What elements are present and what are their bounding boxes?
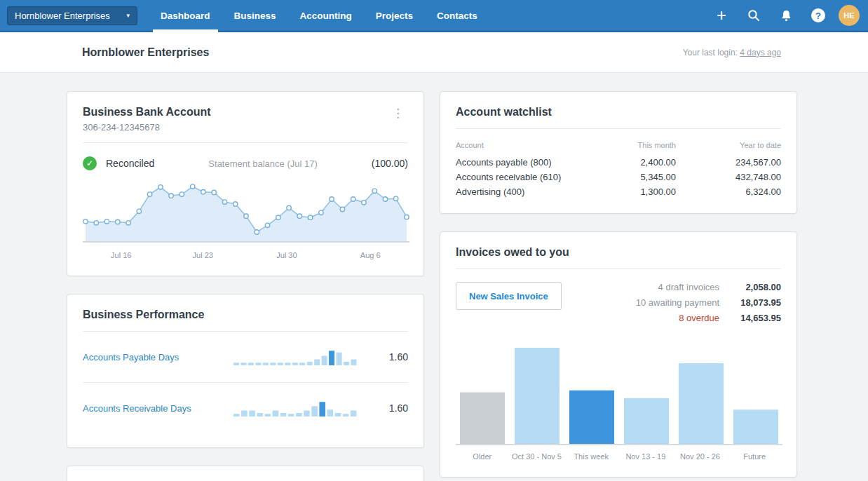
year-to-date-value: 6,324.00: [676, 184, 781, 199]
invoices-chart-xlabels: OlderOct 30 - Nov 5This weekNov 13 - 19N…: [456, 452, 781, 463]
divider: [456, 128, 781, 129]
bank-account-card: Business Bank Account 306-234-12345678 ⋮…: [67, 91, 424, 276]
notifications-bell-icon[interactable]: [770, 9, 802, 22]
year-to-date-value: 432,748.00: [676, 170, 781, 184]
table-row: Advertising (400) 1,300.00 6,324.00: [456, 184, 781, 199]
summary-row: 4 draft invoices 2,058.00: [636, 282, 781, 292]
receivable-days-value: 1.60: [358, 402, 408, 414]
page-title: Hornblower Enterprises: [82, 46, 209, 59]
bank-card-title: Business Bank Account: [83, 106, 211, 118]
accounts-receivable-days-link[interactable]: Accounts Receivable Days: [83, 403, 233, 414]
performance-row: Accounts Receivable Days 1.60: [83, 382, 408, 433]
search-icon[interactable]: [738, 8, 770, 22]
table-row: Accounts receivable (610) 5,345.00 432,7…: [456, 170, 781, 184]
page-header: Hornblower Enterprises Your last login: …: [0, 32, 868, 73]
x-axis-tick-label: Aug 6: [360, 251, 381, 259]
x-axis-tick-label: Future: [743, 452, 766, 461]
bank-account-number: 306-234-12345678: [83, 122, 211, 133]
add-icon[interactable]: +: [705, 7, 738, 24]
accounts-payable-days-link[interactable]: Accounts Payable Days: [83, 352, 233, 363]
x-axis-tick-label: Older: [473, 452, 491, 461]
statement-balance-label: Statement balance (Jul 17): [208, 158, 317, 169]
performance-row: Accounts Payable Days 1.60: [83, 332, 408, 382]
partial-card: [67, 466, 424, 481]
this-month-value: 5,345.00: [585, 170, 676, 184]
invoices-card-title: Invoices owed to you: [456, 246, 781, 259]
last-login-link[interactable]: 4 days ago: [740, 48, 781, 57]
watchlist-table: Account This month Year to date Accounts…: [456, 141, 781, 199]
draft-invoices-value: 2,058.00: [719, 282, 781, 292]
x-axis-tick-label: Jul 23: [193, 251, 213, 259]
awaiting-payment-value: 18,073.95: [719, 297, 781, 308]
x-axis-tick-label: This week: [574, 452, 609, 461]
divider: [456, 269, 781, 269]
org-selector[interactable]: Hornblower Enterprises ▾: [7, 6, 137, 25]
dashboard-content: Business Bank Account 306-234-12345678 ⋮…: [0, 73, 868, 481]
payable-days-sparkline: [233, 348, 358, 365]
reconciled-check-icon: ✓: [83, 156, 97, 170]
receivable-days-sparkline: [233, 400, 358, 416]
x-axis-tick-label: Oct 30 - Nov 5: [512, 452, 562, 461]
top-nav: Hornblower Enterprises ▾ Dashboard Busin…: [0, 0, 868, 32]
overdue-link[interactable]: 8 overdue: [679, 313, 719, 323]
table-row: Accounts payable (800) 2,400.00 234,567.…: [456, 155, 781, 170]
column-header-account: Account: [456, 141, 585, 155]
last-login: Your last login: 4 days ago: [683, 48, 781, 57]
business-performance-card: Business Performance Accounts Payable Da…: [67, 294, 424, 448]
org-selector-label: Hornblower Enterprises: [15, 11, 110, 21]
payable-days-value: 1.60: [358, 351, 408, 363]
x-axis-tick-label: Nov 20 - 26: [680, 452, 720, 461]
x-axis-tick-label: Jul 30: [276, 251, 297, 259]
kebab-menu-icon[interactable]: ⋮: [388, 106, 408, 121]
avatar[interactable]: HE: [839, 5, 860, 26]
tab-contacts[interactable]: Contacts: [425, 0, 489, 31]
last-login-label: Your last login:: [683, 48, 738, 57]
x-axis-tick-label: Jul 16: [111, 251, 131, 259]
performance-card-title: Business Performance: [83, 309, 408, 321]
right-column: Account watchlist Account This month Yea…: [440, 91, 797, 477]
help-icon[interactable]: ?: [802, 8, 834, 22]
summary-row: 8 overdue 14,653.95: [636, 313, 781, 323]
tab-business[interactable]: Business: [222, 0, 288, 31]
column-header-year-to-date: Year to date: [676, 141, 781, 155]
watchlist-card-title: Account watchlist: [456, 106, 781, 118]
account-name: Accounts receivable (610): [456, 170, 585, 184]
x-axis-tick-label: Nov 13 - 19: [625, 452, 665, 461]
invoices-owed-card: Invoices owed to you New Sales Invoice 4…: [440, 231, 797, 477]
bank-balance-chart: [83, 180, 409, 245]
chevron-down-icon: ▾: [126, 12, 130, 19]
tab-projects[interactable]: Projects: [364, 0, 425, 31]
account-name: Accounts payable (800): [456, 155, 585, 170]
reconciled-label: Reconciled: [106, 158, 154, 169]
year-to-date-value: 234,567.00: [676, 155, 781, 170]
left-column: Business Bank Account 306-234-12345678 ⋮…: [67, 91, 424, 481]
awaiting-payment-link[interactable]: 10 awaiting payment: [636, 297, 719, 308]
invoice-summary: 4 draft invoices 2,058.00 10 awaiting pa…: [636, 282, 781, 328]
overdue-value: 14,653.95: [719, 313, 781, 323]
draft-invoices-link[interactable]: 4 draft invoices: [658, 282, 719, 292]
nav-icon-group: + ? HE: [705, 5, 860, 26]
divider: [83, 142, 408, 143]
bank-chart-xlabels: Jul 16Jul 23Jul 30Aug 6: [83, 251, 408, 262]
new-sales-invoice-button[interactable]: New Sales Invoice: [456, 282, 562, 310]
account-name: Advertising (400): [456, 184, 585, 199]
summary-row: 10 awaiting payment 18,073.95: [636, 297, 781, 308]
column-header-this-month: This month: [585, 141, 676, 155]
account-watchlist-card: Account watchlist Account This month Yea…: [440, 91, 797, 214]
invoices-chart: [456, 341, 782, 446]
tab-dashboard[interactable]: Dashboard: [149, 0, 222, 31]
statement-balance-value: (100.00): [372, 158, 408, 169]
nav-items: Dashboard Business Accounting Projects C…: [149, 0, 489, 31]
tab-accounting[interactable]: Accounting: [288, 0, 364, 31]
this-month-value: 2,400.00: [585, 155, 676, 170]
this-month-value: 1,300.00: [585, 184, 676, 199]
